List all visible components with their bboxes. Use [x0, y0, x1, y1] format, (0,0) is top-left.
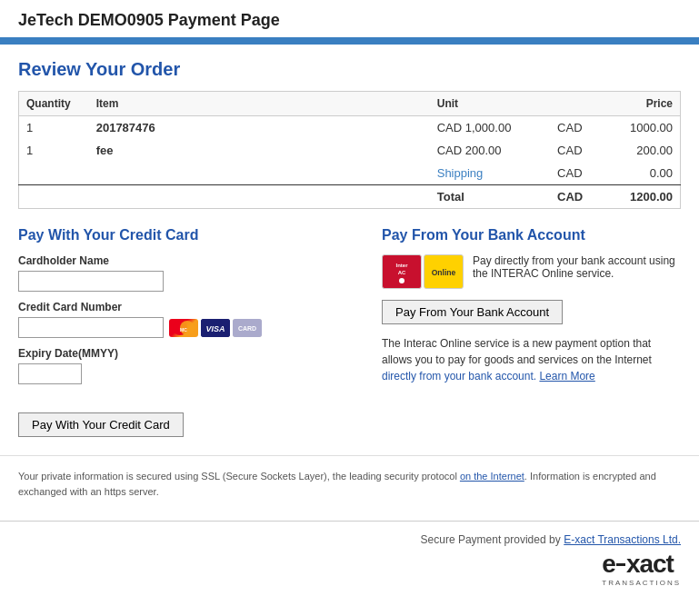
cc-number-row: MC VISA CARD	[18, 317, 364, 338]
row1-qty: 1	[19, 116, 89, 140]
review-order-title: Review Your Order	[0, 59, 699, 91]
svg-text:MC: MC	[180, 327, 187, 333]
security-text: Your private information is secured usin…	[18, 471, 656, 497]
col-cur	[550, 92, 600, 116]
shipping-label: Shipping	[430, 162, 550, 185]
credit-card-title: Pay With Your Credit Card	[18, 227, 364, 243]
interac-info: The Interac Online service is a new paym…	[382, 335, 681, 384]
cardholder-input[interactable]	[18, 271, 164, 292]
exact-logo-area: e xact transactions	[602, 550, 681, 587]
card-icons: MC VISA CARD	[169, 319, 262, 337]
shipping-row: Shipping CAD 0.00	[19, 162, 681, 185]
shipping-cur: CAD	[550, 162, 600, 185]
total-value: 1200.00	[600, 185, 680, 209]
interac-red-box: Inter AC	[382, 254, 422, 289]
logo-e: e	[602, 550, 615, 579]
svg-point-10	[399, 278, 404, 283]
interac-logo-area: Inter AC Online Pay directly from your b…	[382, 254, 681, 289]
highlight-text: directly from your bank account.	[382, 370, 536, 383]
table-row: 1 201787476 CAD 1,000.00 CAD 1000.00	[19, 116, 681, 140]
interac-online-box: Online	[424, 254, 464, 289]
svg-text:Online: Online	[432, 268, 456, 277]
col-quantity: Quantity	[19, 92, 89, 116]
other-card-icon: CARD	[233, 319, 262, 337]
interac-logo: Inter AC Online	[382, 254, 464, 289]
total-row: Total CAD 1200.00	[19, 185, 681, 209]
blue-bar	[0, 37, 699, 45]
payment-section: Pay With Your Credit Card Cardholder Nam…	[0, 227, 699, 437]
col-unit: Unit	[430, 92, 550, 116]
footer-label: Secure Payment provided by	[421, 533, 561, 546]
order-table: Quantity Item Unit Price 1 201787476 CAD…	[18, 91, 681, 209]
pay-bank-button[interactable]: Pay From Your Bank Account	[382, 300, 563, 324]
bank-title: Pay From Your Bank Account	[382, 227, 681, 243]
row1-item: 201787476	[89, 116, 430, 140]
logo-subtitle: transactions	[602, 579, 681, 587]
footer-provided-by: Secure Payment provided by E-xact Transa…	[421, 532, 681, 546]
row2-qty: 1	[19, 139, 89, 162]
interac-info-text: The Interac Online service is a new paym…	[382, 337, 652, 383]
logo-dash	[616, 563, 625, 566]
total-label: Total	[430, 185, 550, 209]
footer-content: Secure Payment provided by E-xact Transa…	[421, 532, 681, 587]
row1-cur: CAD	[550, 116, 600, 140]
col-price: Price	[600, 92, 680, 116]
total-cur: CAD	[550, 185, 600, 209]
svg-text:AC: AC	[398, 270, 406, 275]
svg-text:VISA: VISA	[205, 324, 225, 333]
security-link[interactable]: on the Internet	[460, 471, 524, 482]
col-item: Item	[89, 92, 430, 116]
exact-logo: e xact	[602, 550, 681, 579]
cardholder-label: Cardholder Name	[18, 254, 364, 267]
shipping-value: 0.00	[600, 162, 680, 185]
row1-unit: CAD 1,000.00	[430, 116, 550, 140]
mastercard-icon: MC	[169, 319, 198, 337]
logo-xact: xact	[626, 550, 674, 579]
row2-unit: CAD 200.00	[430, 139, 550, 162]
row2-cur: CAD	[550, 139, 600, 162]
learn-more-link[interactable]: Learn More	[539, 370, 594, 383]
cc-number-label: Credit Card Number	[18, 301, 364, 313]
pay-credit-card-button[interactable]: Pay With Your Credit Card	[18, 412, 184, 437]
expiry-input[interactable]	[18, 363, 82, 384]
row1-price: 1000.00	[600, 116, 680, 140]
svg-text:Inter: Inter	[395, 263, 408, 268]
table-row: 1 fee CAD 200.00 CAD 200.00	[19, 139, 681, 162]
exact-link[interactable]: E-xact Transactions Ltd.	[564, 533, 681, 546]
header-title: JeTech DEMO0905 Payment Page	[0, 0, 699, 37]
svg-text:CARD: CARD	[238, 325, 256, 332]
visa-icon: VISA	[201, 319, 230, 337]
credit-card-section: Pay With Your Credit Card Cardholder Nam…	[18, 227, 364, 437]
row2-item: fee	[89, 139, 430, 162]
interac-description: Pay directly from your bank account usin…	[473, 254, 681, 280]
footer: Secure Payment provided by E-xact Transa…	[0, 521, 699, 598]
expiry-label: Expiry Date(MMYY)	[18, 347, 364, 360]
security-notice: Your private information is secured usin…	[0, 455, 699, 512]
bank-section: Pay From Your Bank Account Inter AC Onli…	[382, 227, 681, 437]
row2-price: 200.00	[600, 139, 680, 162]
cc-number-input[interactable]	[18, 317, 164, 338]
